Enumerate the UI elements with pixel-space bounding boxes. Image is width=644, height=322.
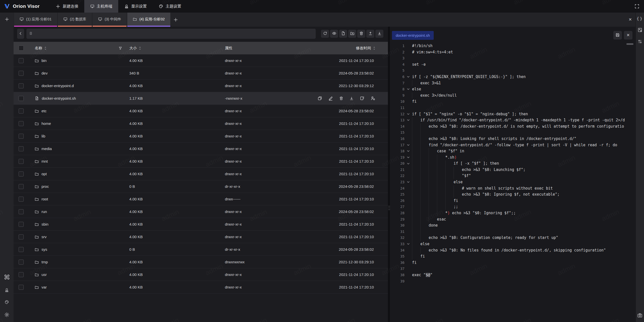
row-checkbox[interactable] [19, 171, 24, 176]
row-checkbox[interactable] [19, 197, 24, 202]
theme-icon[interactable] [5, 300, 9, 304]
sort-icon[interactable] [373, 46, 375, 50]
fold-chevron-icon[interactable] [405, 160, 412, 167]
table-row[interactable]: lib4.00 KBdrwxr-xr-x2021-11-24 17:20:10 [14, 130, 388, 142]
menu-item[interactable]: 主题设置 [153, 0, 187, 13]
table-row[interactable]: media4.00 KBdrwxr-xr-x2021-11-24 17:20:1… [14, 142, 388, 155]
close-editor-button[interactable]: ✕ [624, 31, 632, 40]
new-terminal-icon[interactable] [5, 17, 9, 22]
row-checkbox[interactable] [19, 272, 24, 277]
delete-button[interactable] [357, 30, 365, 38]
editor-scrollbar-thumb[interactable] [626, 43, 633, 45]
row-checkbox[interactable] [19, 121, 24, 126]
row-checkbox[interactable] [19, 159, 24, 164]
upload-button[interactable] [366, 30, 374, 38]
terminal-tab[interactable]: (4) 应用-分析02 [127, 13, 170, 27]
new-folder-button[interactable] [348, 30, 356, 38]
move-icon[interactable] [360, 96, 365, 101]
save-button[interactable] [613, 31, 622, 40]
download-icon[interactable] [349, 96, 354, 100]
format-braces-icon[interactable]: {} [637, 16, 643, 21]
screenshot-icon[interactable] [637, 313, 642, 318]
row-checkbox[interactable] [19, 146, 24, 151]
edit-icon[interactable] [328, 96, 333, 101]
sort-icon[interactable] [44, 46, 47, 50]
column-header-size[interactable]: 大小 [129, 46, 137, 51]
code-editor[interactable]: 1#!/bin/sh2# vim:sw=4:ts=4:et34set -e56i… [392, 43, 635, 322]
settings-icon[interactable] [4, 312, 10, 317]
row-checkbox[interactable] [19, 247, 24, 252]
table-row[interactable]: home4.00 KBdrwxr-xr-x2021-11-24 17:20:10 [14, 117, 388, 130]
sort-icon[interactable] [139, 46, 141, 50]
download-button[interactable] [375, 30, 383, 38]
fold-chevron-icon[interactable] [405, 241, 412, 247]
fold-chevron-icon[interactable] [405, 117, 412, 123]
display-icon[interactable] [5, 288, 9, 292]
menu-item[interactable]: 新建连接 [50, 0, 84, 13]
terminal-tab[interactable]: (3) 中间件 [93, 13, 127, 27]
panel-resize-handle[interactable] [388, 27, 390, 322]
column-header-name[interactable]: 名称 [35, 46, 42, 51]
table-row[interactable]: root4.00 KBdrwx------2021-11-24 17:20:10 [14, 193, 388, 205]
fold-chevron-icon[interactable] [405, 74, 412, 80]
column-header-modified[interactable]: 修改时间 [356, 46, 371, 51]
row-checkbox[interactable] [19, 260, 24, 265]
row-name: home [29, 121, 129, 126]
fold-chevron-icon[interactable] [405, 154, 412, 161]
folder-icon [35, 185, 39, 189]
row-checkbox[interactable] [19, 109, 24, 114]
path-input[interactable] [26, 29, 316, 39]
table-row[interactable]: dev340 Bdrwxr-xr-x2024-05-28 23:58:02 [14, 67, 388, 80]
fold-chevron-icon[interactable] [405, 148, 412, 154]
row-checkbox[interactable] [19, 234, 24, 239]
table-row[interactable]: docker-entrypoint.sh1.17 KB-rwxrwxr-x [14, 92, 388, 105]
row-checkbox[interactable] [19, 83, 24, 88]
table-row[interactable]: etc4.00 KBdrwxr-xr-x2024-05-28 23:58:02 [14, 105, 388, 117]
table-row[interactable]: sys0 Bdr-xr-xr-x2024-05-28 23:58:02 [14, 243, 388, 256]
row-checkbox[interactable] [19, 96, 24, 101]
table-row[interactable]: var4.00 KBdrwxr-xr-x2021-11-24 17:20:10 [14, 281, 388, 294]
editor-file-tab[interactable]: docker-entrypoint.sh [392, 31, 434, 40]
row-checkbox[interactable] [19, 71, 24, 76]
scroll-updown-icon[interactable] [637, 39, 642, 44]
fold-spacer [405, 216, 412, 223]
fullscreen-icon[interactable] [632, 2, 641, 11]
command-icon[interactable] [4, 274, 10, 280]
table-row[interactable]: sbin4.00 KBdrwxr-xr-x2021-11-24 17:20:10 [14, 218, 388, 231]
new-file-button[interactable] [339, 30, 347, 38]
permissions-icon[interactable] [371, 96, 375, 101]
file-bookmark-icon[interactable] [637, 27, 642, 32]
row-checkbox[interactable] [19, 184, 24, 189]
filter-icon[interactable] [118, 46, 122, 50]
table-row[interactable]: srv4.00 KBdrwxr-xr-x2021-11-24 17:20:10 [14, 231, 388, 243]
table-row[interactable]: tmp4.00 KBdrwxrwxrwx2021-12-30 03:29:10 [14, 256, 388, 268]
close-icon[interactable]: ✕ [629, 18, 632, 22]
row-checkbox[interactable] [19, 285, 24, 290]
menu-item[interactable]: 主机终端 [84, 0, 118, 13]
table-row[interactable]: mnt4.00 KBdrwxr-xr-x2021-11-24 17:20:10 [14, 155, 388, 168]
table-row[interactable]: proc0 Bdr-xr-xr-x2024-05-28 23:58:02 [14, 180, 388, 193]
refresh-button[interactable] [321, 30, 329, 38]
terminal-tab[interactable]: (1) 应用-分析01 [14, 13, 57, 27]
fold-chevron-icon[interactable] [405, 179, 412, 185]
preview-button[interactable] [330, 30, 338, 38]
row-checkbox[interactable] [19, 222, 24, 227]
fold-chevron-icon[interactable] [405, 142, 412, 148]
row-checkbox[interactable] [19, 58, 24, 63]
copy-icon[interactable] [317, 96, 322, 101]
table-row[interactable]: docker-entrypoint.d4.00 KBdrwxr-xr-x2021… [14, 80, 388, 92]
terminal-tab[interactable]: (2) 数据库 [58, 13, 92, 27]
add-tab-icon[interactable] [170, 13, 181, 27]
back-button[interactable] [17, 29, 24, 39]
select-all-checkbox[interactable] [19, 46, 24, 51]
table-row[interactable]: usr4.00 KBdrwxr-xr-x2021-11-24 17:20:10 [14, 268, 388, 281]
menu-item[interactable]: 显示设置 [118, 0, 153, 13]
table-row[interactable]: opt4.00 KBdrwxr-xr-x2021-11-24 17:20:10 [14, 168, 388, 180]
table-row[interactable]: run4.00 KBdrwxr-xr-x2024-05-28 23:58:02 [14, 205, 388, 218]
delete-icon[interactable] [339, 96, 343, 100]
row-checkbox[interactable] [19, 209, 24, 214]
table-row[interactable]: bin4.00 KBdrwxr-xr-x2021-11-24 17:20:10 [14, 54, 388, 67]
row-checkbox[interactable] [19, 134, 24, 139]
fold-chevron-icon[interactable] [405, 86, 412, 92]
fold-chevron-icon[interactable] [405, 111, 412, 117]
